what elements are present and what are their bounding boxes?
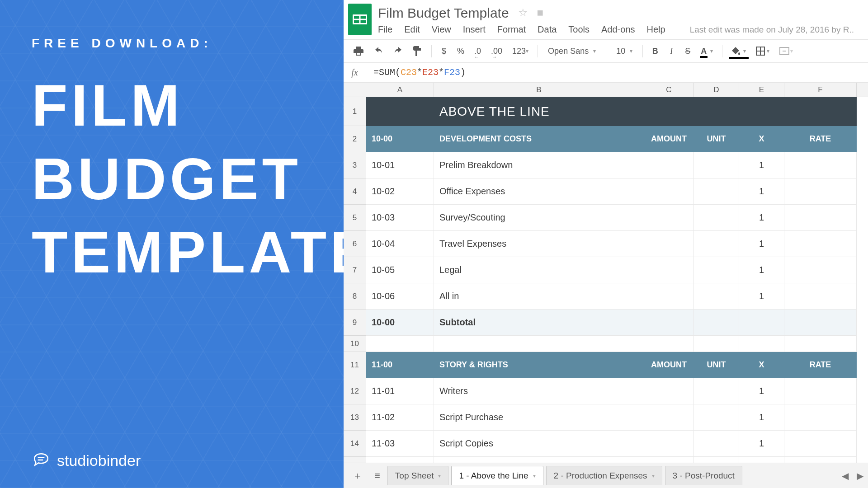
menu-addons[interactable]: Add-ons — [601, 24, 635, 35]
cell[interactable]: 11-00 — [366, 352, 434, 378]
row-header[interactable]: 11 — [344, 352, 366, 378]
cell[interactable]: 1 — [739, 283, 784, 310]
cell[interactable] — [694, 205, 739, 231]
percent-button[interactable]: % — [453, 44, 468, 59]
undo-button[interactable] — [370, 44, 387, 58]
star-icon[interactable]: ☆ — [518, 6, 528, 19]
cell[interactable]: 10-06 — [366, 283, 434, 310]
decrease-decimal-button[interactable]: .0← — [471, 44, 485, 59]
row-header[interactable]: 4 — [344, 178, 366, 205]
cell[interactable]: 11-01 — [366, 378, 434, 404]
cell[interactable] — [784, 257, 857, 283]
cell[interactable] — [739, 457, 784, 463]
cell[interactable] — [784, 457, 857, 463]
text-color-button[interactable]: A ▾ — [697, 44, 717, 59]
cell[interactable] — [644, 257, 694, 283]
cell[interactable] — [784, 378, 857, 404]
cell[interactable] — [694, 152, 739, 178]
cell[interactable] — [644, 457, 694, 463]
tab-scroll-right-button[interactable]: ▶ — [857, 470, 863, 481]
cell[interactable] — [644, 336, 694, 352]
menu-file[interactable]: File — [378, 24, 392, 35]
cell[interactable] — [784, 283, 857, 310]
cell[interactable]: 10-01 — [366, 152, 434, 178]
cell[interactable]: 1 — [739, 231, 784, 257]
cell[interactable]: Subtotal — [434, 310, 644, 336]
row-header[interactable]: 13 — [344, 404, 366, 431]
borders-button[interactable]: ▾ — [752, 44, 773, 58]
cell[interactable] — [739, 310, 784, 336]
tab-scroll-left-button[interactable]: ◀ — [842, 470, 849, 481]
cell[interactable] — [784, 431, 857, 457]
font-size-select[interactable]: 10▾ — [612, 45, 637, 58]
col-header-c[interactable]: C — [644, 83, 694, 97]
cell[interactable] — [694, 310, 739, 336]
cell[interactable] — [694, 257, 739, 283]
cell[interactable]: AMOUNT — [644, 126, 694, 152]
section-title[interactable]: ABOVE THE LINE — [434, 97, 644, 126]
cell[interactable] — [644, 205, 694, 231]
cell[interactable] — [784, 97, 857, 126]
cell[interactable] — [784, 205, 857, 231]
cell[interactable]: DEVELOPMENT COSTS — [434, 126, 644, 152]
cell[interactable]: Script Copies — [434, 431, 644, 457]
number-format-button[interactable]: 123 ▾ — [509, 44, 532, 59]
fill-color-button[interactable]: ▾ — [728, 44, 750, 58]
cell[interactable]: UNIT — [694, 352, 739, 378]
cell[interactable]: 1 — [739, 152, 784, 178]
cell[interactable] — [644, 97, 694, 126]
redo-button[interactable] — [390, 44, 407, 58]
cell[interactable]: 10-00 — [366, 310, 434, 336]
col-header-d[interactable]: D — [694, 83, 739, 97]
cell[interactable]: Prelim Breakdown — [434, 152, 644, 178]
cell[interactable]: 1 — [739, 178, 784, 205]
menu-view[interactable]: View — [432, 24, 451, 35]
cell[interactable] — [644, 283, 694, 310]
formula-input[interactable]: =SUM(C23*E23*F23) — [366, 67, 868, 78]
menu-edit[interactable]: Edit — [404, 24, 420, 35]
cell[interactable]: 1 — [739, 378, 784, 404]
row-header[interactable]: 12 — [344, 378, 366, 404]
cell[interactable] — [366, 336, 434, 352]
cell[interactable] — [644, 431, 694, 457]
cell[interactable]: Travel Expenses — [434, 231, 644, 257]
cell[interactable]: Legal — [434, 257, 644, 283]
increase-decimal-button[interactable]: .00→ — [487, 44, 506, 59]
cell[interactable]: All in — [434, 283, 644, 310]
add-sheet-button[interactable]: ＋ — [348, 465, 367, 486]
cell[interactable] — [644, 378, 694, 404]
cell[interactable] — [644, 310, 694, 336]
cell[interactable] — [694, 336, 739, 352]
row-header[interactable]: 9 — [344, 310, 366, 336]
cell[interactable] — [366, 97, 434, 126]
cell[interactable] — [434, 336, 644, 352]
row-header[interactable]: 14 — [344, 431, 366, 457]
row-header[interactable]: 1 — [344, 97, 366, 126]
select-all-corner[interactable] — [344, 83, 366, 97]
cell[interactable]: X — [739, 352, 784, 378]
paint-format-button[interactable] — [410, 43, 426, 59]
cell[interactable] — [694, 178, 739, 205]
row-header[interactable]: 5 — [344, 205, 366, 231]
cell[interactable] — [644, 231, 694, 257]
cell[interactable]: 10-03 — [366, 205, 434, 231]
cell[interactable] — [784, 336, 857, 352]
cell[interactable]: AMOUNT — [644, 352, 694, 378]
cell[interactable]: 10-04 — [366, 231, 434, 257]
cell[interactable]: RATE — [784, 126, 857, 152]
cell[interactable]: Script Purchase — [434, 404, 644, 431]
sheets-logo-icon[interactable] — [348, 4, 372, 35]
sheet-tab-post-product[interactable]: 3 - Post-Product — [665, 466, 742, 485]
cell[interactable] — [694, 378, 739, 404]
merge-cells-button[interactable]: ▾ — [776, 44, 797, 58]
cell[interactable] — [644, 178, 694, 205]
row-header[interactable]: 8 — [344, 283, 366, 310]
cell[interactable]: 10-05 — [366, 257, 434, 283]
cell[interactable] — [784, 231, 857, 257]
cell[interactable]: Office Expenses — [434, 178, 644, 205]
col-header-f[interactable]: F — [784, 83, 857, 97]
row-header[interactable] — [344, 457, 366, 463]
cell[interactable] — [644, 404, 694, 431]
cell[interactable]: 1 — [739, 404, 784, 431]
cell[interactable]: 11-03 — [366, 431, 434, 457]
